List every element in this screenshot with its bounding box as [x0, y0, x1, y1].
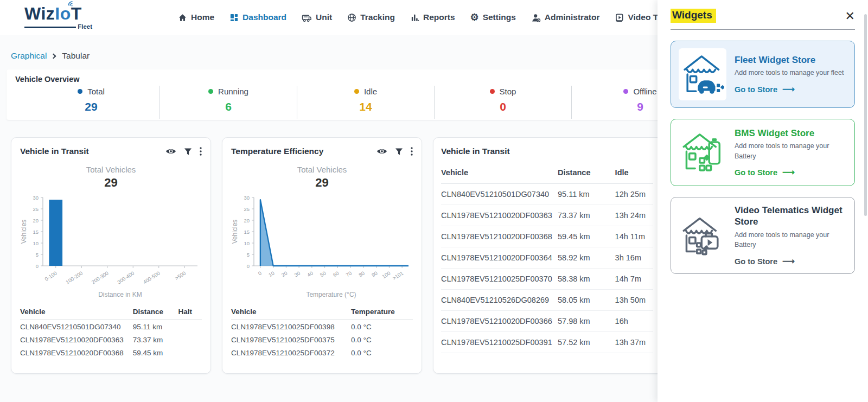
brand-wordmark: WizIoT: [24, 5, 92, 22]
filter-icon[interactable]: [184, 148, 192, 156]
table-cell: 73.37 km: [133, 333, 178, 346]
overview-stat-stop: Stop0: [435, 86, 572, 119]
gear-icon: ⚙: [470, 12, 479, 22]
table-cell: 95.11 km: [558, 184, 615, 205]
widgets-panel: Widgets ✕ Fleet Widget Store Add more to…: [658, 0, 868, 402]
svg-text:80: 80: [358, 270, 366, 278]
table-row: CLN1978EV51210020DF0036373.37 km: [20, 333, 202, 346]
card-vehicle-in-transit-table: Vehicle in Transit VehicleDistanceIdleCL…: [433, 137, 662, 374]
go-to-store-link[interactable]: Go to Store⟶: [735, 256, 847, 266]
breadcrumb-current-tabular: Tabular: [62, 51, 90, 61]
table-row: CLN1978EV51210020DF0036373.37 km13h 24m: [441, 205, 653, 226]
go-to-store-link[interactable]: Go to Store⟶: [735, 84, 844, 94]
table-cell: 57.98 km: [558, 311, 615, 332]
go-to-store-link[interactable]: Go to Store⟶: [735, 167, 847, 177]
table-cell: 59.45 km: [558, 226, 615, 247]
table-cell: 14h 7m: [615, 269, 653, 290]
svg-text:90: 90: [371, 270, 379, 278]
breadcrumb-link-graphical[interactable]: Graphical: [11, 51, 47, 61]
nav-item-home[interactable]: Home: [178, 12, 214, 22]
table-cell: CLN1978EV51210025DF00375: [231, 333, 351, 346]
table-row: CLN1978EV51210020DF0036458.92 km3h 16m: [441, 247, 653, 269]
close-icon[interactable]: ✕: [845, 10, 855, 22]
nav-item-administrator[interactable]: Administrator: [531, 12, 600, 22]
table-cell: CLN1978EV51210020DF00368: [20, 346, 133, 359]
svg-text:Vehicles: Vehicles: [231, 220, 239, 244]
column-header: Vehicle: [20, 305, 133, 320]
nav-item-reports[interactable]: Reports: [410, 12, 455, 22]
svg-text:300-400: 300-400: [116, 270, 135, 285]
overview-stat-total: Total29: [23, 86, 160, 119]
overview-stat-running: Running6: [160, 86, 297, 119]
arrow-right-icon: ⟶: [782, 256, 795, 266]
stat-label: Running: [218, 87, 248, 96]
arrow-right-icon: ⟶: [782, 84, 795, 94]
table-row: CLN1978EV51210025DF003750.0 °C: [231, 333, 413, 346]
nav-item-dashboard[interactable]: Dashboard: [229, 12, 286, 22]
bar-chart: 0510152025300-100100-200200-300300-40040…: [20, 191, 203, 299]
nav-item-tracking[interactable]: Tracking: [347, 12, 395, 22]
svg-text:25: 25: [33, 206, 39, 212]
bms-widget-store-card[interactable]: BMS Widget Store Add more tools to manag…: [671, 119, 855, 186]
column-header: Vehicle: [441, 164, 558, 184]
logo-underline: [24, 27, 76, 28]
table-cell: 73.37 km: [558, 205, 615, 226]
fleet-widget-store-card[interactable]: Fleet Widget Store Add more tools to man…: [671, 41, 855, 108]
nav-item-label: Dashboard: [242, 12, 286, 22]
vehicle-temperature-table: VehicleTemperatureCLN1978EV51210025DF003…: [231, 305, 413, 359]
arrow-right-icon: ⟶: [782, 167, 795, 177]
chart-center-value: 29: [20, 176, 202, 190]
table-cell: [178, 320, 202, 334]
svg-text:30: 30: [244, 195, 250, 201]
table-row: CLN1978EV51210025DF0039157.52 km13h 37m: [441, 332, 653, 353]
svg-text:25: 25: [244, 206, 250, 212]
chart-center-value: 29: [231, 176, 413, 190]
bar-chart-icon: [410, 13, 419, 22]
table-cell: CLN1978EV51210025DF00372: [231, 346, 351, 359]
column-header: Vehicle: [231, 305, 351, 320]
brand-sub-label: Fleet: [78, 23, 92, 30]
stat-dot-icon: [78, 89, 82, 94]
card-vehicle-in-transit-chart: Vehicle in Transit Total Vehicles 29 051…: [11, 137, 211, 374]
nav-item-unit[interactable]: Unit: [302, 12, 332, 22]
table-cell: 58.05 km: [558, 290, 615, 311]
svg-text:400-500: 400-500: [142, 270, 161, 285]
nav-item-label: Reports: [423, 12, 455, 22]
table-cell: CLN1978EV51210020DF00363: [441, 205, 558, 226]
eye-icon[interactable]: [376, 148, 387, 155]
brand-logo[interactable]: WizIoT Fleet: [24, 5, 92, 30]
video-telematics-widget-store-card[interactable]: Video Telematics Widget Store Add more t…: [671, 197, 855, 274]
table-cell: CLN1978EV51210020DF00363: [20, 333, 133, 346]
filter-icon[interactable]: [395, 148, 403, 156]
table-row: CLN1978EV51210025DF0037058.38 km14h 7m: [441, 269, 653, 290]
stat-dot-icon: [208, 89, 213, 94]
card-title: Vehicle in Transit: [441, 146, 510, 156]
chart-center-label: Total Vehicles: [20, 165, 202, 174]
stat-dot-icon: [354, 89, 359, 94]
svg-text:30: 30: [293, 270, 301, 278]
card-title: Temperature Efficiency: [231, 146, 323, 156]
stat-dot-icon: [490, 89, 495, 94]
kebab-menu-icon[interactable]: [411, 147, 413, 156]
column-header: Temperature: [351, 305, 413, 320]
stat-value: 0: [435, 100, 571, 113]
nav-item-settings[interactable]: ⚙Settings: [470, 12, 516, 22]
table-cell: 14h 11m: [615, 226, 653, 247]
table-cell: 59.45 km: [133, 346, 178, 359]
svg-text:Vehicles: Vehicles: [20, 220, 28, 244]
table-cell: 12h 25m: [615, 184, 653, 205]
vehicle-distance-halt-table: VehicleDistanceHaltCLN840EV51210501DG073…: [20, 305, 202, 359]
table-row: CLN1978EV51210020DF0036657.98 km16h: [441, 311, 653, 332]
table-cell: 0.0 °C: [351, 346, 413, 359]
kebab-menu-icon[interactable]: [200, 147, 202, 156]
nav-item-label: Home: [191, 12, 214, 22]
widget-store-title: Fleet Widget Store: [735, 54, 844, 66]
panel-scrollbar[interactable]: [864, 14, 867, 216]
column-header: Idle: [615, 164, 653, 184]
fleet-store-icon: [679, 48, 726, 100]
table-row: CLN1978EV51210025DF003980.0 °C: [231, 320, 413, 334]
svg-text:70: 70: [344, 270, 353, 278]
eye-icon[interactable]: [165, 148, 176, 155]
svg-text:100: 100: [381, 270, 391, 279]
stat-label: Stop: [500, 87, 516, 96]
